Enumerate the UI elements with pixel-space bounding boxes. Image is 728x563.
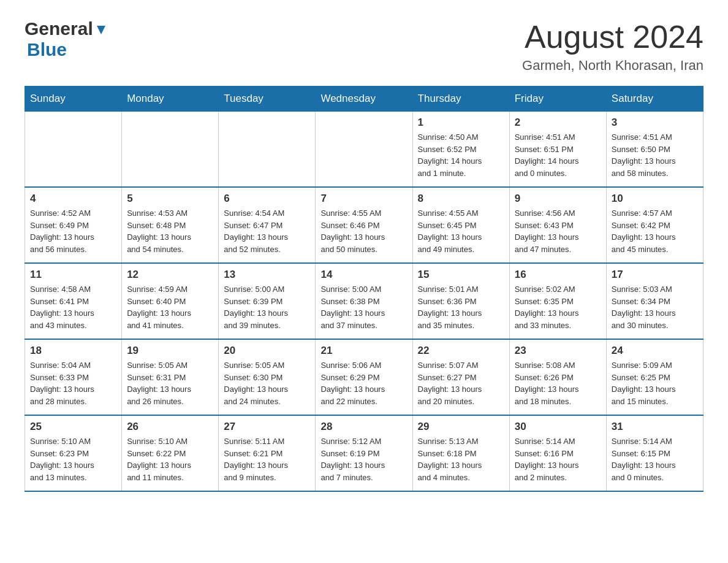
day-number: 22 <box>418 345 504 357</box>
day-info: Sunrise: 5:05 AM Sunset: 6:30 PM Dayligh… <box>224 359 310 407</box>
calendar-cell: 2Sunrise: 4:51 AM Sunset: 6:51 PM Daylig… <box>509 112 606 188</box>
day-info: Sunrise: 4:58 AM Sunset: 6:41 PM Dayligh… <box>30 283 116 331</box>
calendar-cell: 11Sunrise: 4:58 AM Sunset: 6:41 PM Dayli… <box>25 263 122 339</box>
calendar-cell: 15Sunrise: 5:01 AM Sunset: 6:36 PM Dayli… <box>412 263 509 339</box>
day-info: Sunrise: 4:57 AM Sunset: 6:42 PM Dayligh… <box>612 207 698 255</box>
title-section: August 2024 Garmeh, North Khorasan, Iran <box>522 18 703 74</box>
logo: General Blue <box>25 18 108 60</box>
day-number: 5 <box>127 193 213 205</box>
calendar-cell: 18Sunrise: 5:04 AM Sunset: 6:33 PM Dayli… <box>25 339 122 415</box>
week-row-3: 11Sunrise: 4:58 AM Sunset: 6:41 PM Dayli… <box>25 263 703 339</box>
calendar-cell: 4Sunrise: 4:52 AM Sunset: 6:49 PM Daylig… <box>25 187 122 263</box>
day-header-sunday: Sunday <box>25 86 122 112</box>
calendar-cell: 16Sunrise: 5:02 AM Sunset: 6:35 PM Dayli… <box>509 263 606 339</box>
day-info: Sunrise: 5:07 AM Sunset: 6:27 PM Dayligh… <box>418 359 504 407</box>
day-number: 21 <box>320 345 407 357</box>
calendar-cell: 20Sunrise: 5:05 AM Sunset: 6:30 PM Dayli… <box>219 339 316 415</box>
day-header-tuesday: Tuesday <box>219 86 316 112</box>
day-number: 18 <box>30 345 116 357</box>
day-info: Sunrise: 5:06 AM Sunset: 6:29 PM Dayligh… <box>320 359 407 407</box>
day-number: 23 <box>515 345 601 357</box>
calendar-cell <box>219 112 316 188</box>
day-info: Sunrise: 4:54 AM Sunset: 6:47 PM Dayligh… <box>224 207 310 255</box>
calendar-cell: 28Sunrise: 5:12 AM Sunset: 6:19 PM Dayli… <box>316 415 412 491</box>
calendar-cell: 27Sunrise: 5:11 AM Sunset: 6:21 PM Dayli… <box>219 415 316 491</box>
day-number: 14 <box>320 269 407 281</box>
week-row-2: 4Sunrise: 4:52 AM Sunset: 6:49 PM Daylig… <box>25 187 703 263</box>
day-header-friday: Friday <box>509 86 606 112</box>
day-info: Sunrise: 4:56 AM Sunset: 6:43 PM Dayligh… <box>515 207 601 255</box>
day-number: 26 <box>127 421 213 433</box>
day-header-monday: Monday <box>122 86 219 112</box>
calendar-cell: 29Sunrise: 5:13 AM Sunset: 6:18 PM Dayli… <box>412 415 509 491</box>
week-row-1: 1Sunrise: 4:50 AM Sunset: 6:52 PM Daylig… <box>25 112 703 188</box>
day-info: Sunrise: 5:09 AM Sunset: 6:25 PM Dayligh… <box>612 359 698 407</box>
calendar-cell: 1Sunrise: 4:50 AM Sunset: 6:52 PM Daylig… <box>412 112 509 188</box>
day-info: Sunrise: 5:03 AM Sunset: 6:34 PM Dayligh… <box>612 283 698 331</box>
days-header-row: SundayMondayTuesdayWednesdayThursdayFrid… <box>25 86 703 112</box>
day-number: 7 <box>320 193 407 205</box>
calendar-cell: 6Sunrise: 4:54 AM Sunset: 6:47 PM Daylig… <box>219 187 316 263</box>
calendar-cell: 30Sunrise: 5:14 AM Sunset: 6:16 PM Dayli… <box>509 415 606 491</box>
calendar-cell: 25Sunrise: 5:10 AM Sunset: 6:23 PM Dayli… <box>25 415 122 491</box>
day-number: 15 <box>418 269 504 281</box>
logo-arrow-icon <box>94 23 108 37</box>
day-number: 16 <box>515 269 601 281</box>
day-info: Sunrise: 4:59 AM Sunset: 6:40 PM Dayligh… <box>127 283 213 331</box>
logo-general-text: General <box>25 18 93 39</box>
calendar-table: SundayMondayTuesdayWednesdayThursdayFrid… <box>25 86 703 492</box>
calendar-cell: 22Sunrise: 5:07 AM Sunset: 6:27 PM Dayli… <box>412 339 509 415</box>
calendar-cell: 8Sunrise: 4:55 AM Sunset: 6:45 PM Daylig… <box>412 187 509 263</box>
calendar-cell: 31Sunrise: 5:14 AM Sunset: 6:15 PM Dayli… <box>606 415 703 491</box>
day-number: 6 <box>224 193 310 205</box>
day-info: Sunrise: 4:55 AM Sunset: 6:46 PM Dayligh… <box>320 207 407 255</box>
day-number: 13 <box>224 269 310 281</box>
day-info: Sunrise: 5:11 AM Sunset: 6:21 PM Dayligh… <box>224 435 310 483</box>
day-number: 30 <box>515 421 601 433</box>
calendar-cell: 12Sunrise: 4:59 AM Sunset: 6:40 PM Dayli… <box>122 263 219 339</box>
calendar-cell <box>316 112 412 188</box>
calendar-cell: 5Sunrise: 4:53 AM Sunset: 6:48 PM Daylig… <box>122 187 219 263</box>
day-info: Sunrise: 5:10 AM Sunset: 6:23 PM Dayligh… <box>30 435 116 483</box>
day-number: 25 <box>30 421 116 433</box>
day-number: 20 <box>224 345 310 357</box>
day-info: Sunrise: 5:10 AM Sunset: 6:22 PM Dayligh… <box>127 435 213 483</box>
day-number: 10 <box>612 193 698 205</box>
day-info: Sunrise: 5:14 AM Sunset: 6:16 PM Dayligh… <box>515 435 601 483</box>
day-number: 1 <box>418 117 504 129</box>
calendar-cell <box>122 112 219 188</box>
day-number: 24 <box>612 345 698 357</box>
day-number: 2 <box>515 117 601 129</box>
calendar-cell: 21Sunrise: 5:06 AM Sunset: 6:29 PM Dayli… <box>316 339 412 415</box>
day-number: 3 <box>612 117 698 129</box>
day-info: Sunrise: 5:00 AM Sunset: 6:39 PM Dayligh… <box>224 283 310 331</box>
day-info: Sunrise: 4:53 AM Sunset: 6:48 PM Dayligh… <box>127 207 213 255</box>
day-number: 11 <box>30 269 116 281</box>
day-number: 29 <box>418 421 504 433</box>
location: Garmeh, North Khorasan, Iran <box>522 58 703 74</box>
day-number: 9 <box>515 193 601 205</box>
calendar-cell: 14Sunrise: 5:00 AM Sunset: 6:38 PM Dayli… <box>316 263 412 339</box>
day-number: 19 <box>127 345 213 357</box>
day-number: 31 <box>612 421 698 433</box>
day-header-wednesday: Wednesday <box>316 86 412 112</box>
week-row-5: 25Sunrise: 5:10 AM Sunset: 6:23 PM Dayli… <box>25 415 703 491</box>
day-number: 17 <box>612 269 698 281</box>
day-info: Sunrise: 5:00 AM Sunset: 6:38 PM Dayligh… <box>320 283 407 331</box>
day-header-saturday: Saturday <box>606 86 703 112</box>
day-info: Sunrise: 5:14 AM Sunset: 6:15 PM Dayligh… <box>612 435 698 483</box>
calendar-cell: 10Sunrise: 4:57 AM Sunset: 6:42 PM Dayli… <box>606 187 703 263</box>
day-info: Sunrise: 5:01 AM Sunset: 6:36 PM Dayligh… <box>418 283 504 331</box>
calendar-cell: 23Sunrise: 5:08 AM Sunset: 6:26 PM Dayli… <box>509 339 606 415</box>
day-number: 8 <box>418 193 504 205</box>
day-info: Sunrise: 4:51 AM Sunset: 6:50 PM Dayligh… <box>612 131 698 179</box>
month-title: August 2024 <box>522 18 703 55</box>
day-header-thursday: Thursday <box>412 86 509 112</box>
day-info: Sunrise: 5:04 AM Sunset: 6:33 PM Dayligh… <box>30 359 116 407</box>
calendar-cell: 17Sunrise: 5:03 AM Sunset: 6:34 PM Dayli… <box>606 263 703 339</box>
day-info: Sunrise: 4:55 AM Sunset: 6:45 PM Dayligh… <box>418 207 504 255</box>
day-info: Sunrise: 4:51 AM Sunset: 6:51 PM Dayligh… <box>515 131 601 179</box>
day-number: 4 <box>30 193 116 205</box>
calendar-cell: 3Sunrise: 4:51 AM Sunset: 6:50 PM Daylig… <box>606 112 703 188</box>
calendar-cell <box>25 112 122 188</box>
